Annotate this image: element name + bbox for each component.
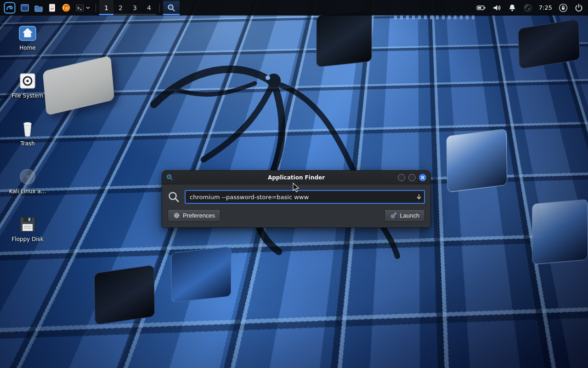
gear-icon — [173, 212, 180, 219]
volume-icon[interactable] — [492, 3, 501, 12]
workspace-2-label: 2 — [119, 4, 123, 12]
workspace-4-label: 4 — [147, 4, 151, 12]
window-controls — [398, 174, 426, 181]
terminal-button[interactable] — [73, 0, 92, 15]
command-input-wrap — [185, 190, 425, 204]
bell-icon[interactable] — [508, 3, 517, 12]
window-title: Application Finder — [162, 174, 430, 181]
application-finder-window: Application Finder — [162, 170, 431, 228]
desktop-icon-label: Home — [19, 45, 35, 51]
close-icon — [421, 176, 424, 179]
launch-label: Launch — [400, 212, 419, 219]
appfinder-task-icon — [167, 4, 175, 12]
workspace-1[interactable]: 1 — [99, 0, 113, 15]
workspace-3-label: 3 — [133, 4, 137, 12]
panel-right-group: 7:25 — [476, 0, 588, 15]
desktop-icon-label: File System — [12, 92, 44, 99]
mouse-cursor — [293, 183, 300, 193]
window-icon — [20, 3, 29, 12]
desktop-icon-column: Home File System Trash Kali Linux a... — [6, 24, 49, 242]
history-dropdown-icon[interactable] — [416, 194, 422, 200]
workspace-2[interactable]: 2 — [113, 0, 128, 15]
lock-icon[interactable] — [559, 3, 568, 12]
battery-icon[interactable] — [476, 3, 486, 12]
desktop-icon-file-system[interactable]: File System — [6, 72, 49, 99]
firefox-button[interactable] — [59, 0, 73, 15]
file-manager-icon — [34, 3, 43, 12]
kali-disc-icon — [17, 167, 38, 186]
kali-menu-icon — [4, 2, 16, 14]
desktop-icon-trash[interactable]: Trash — [6, 120, 49, 147]
top-panel: 1 2 3 4 7:2 — [0, 0, 588, 15]
preferences-button[interactable]: Preferences — [168, 209, 220, 222]
appfinder-window-icon — [166, 174, 173, 181]
text-editor-button[interactable] — [45, 0, 59, 15]
text-editor-icon — [48, 3, 57, 12]
file-manager-button[interactable] — [32, 0, 45, 15]
panel-left-group: 1 2 3 4 — [0, 0, 180, 15]
workspace-1-label: 1 — [104, 4, 108, 12]
desktop-icon-label: Kali Linux a... — [9, 188, 46, 195]
workspace-4[interactable]: 4 — [142, 0, 156, 15]
desktop-icon-floppy-disk[interactable]: Floppy Disk — [6, 215, 49, 242]
terminal-icon — [75, 3, 85, 12]
chevron-down-icon — [86, 6, 90, 9]
button-row: Preferences Launch — [168, 209, 425, 222]
search-icon — [168, 191, 180, 203]
floppy-disk-icon — [17, 215, 38, 234]
power-icon[interactable] — [574, 3, 583, 12]
firefox-icon — [62, 3, 71, 12]
home-icon — [17, 24, 38, 42]
file-system-icon — [17, 72, 38, 90]
status-orb-icon[interactable] — [523, 3, 532, 12]
launch-icon — [390, 212, 397, 219]
command-input[interactable] — [185, 190, 425, 204]
desktop-icon-label: Floppy Disk — [11, 236, 44, 242]
panel-separator — [96, 4, 96, 12]
desktop-icon-label: Trash — [20, 140, 35, 147]
preferences-label: Preferences — [183, 212, 215, 219]
workspace-3[interactable]: 3 — [128, 0, 142, 15]
trash-icon — [17, 120, 38, 138]
kali-menu-button[interactable] — [1, 0, 18, 15]
minimize-button[interactable] — [398, 174, 405, 181]
desktop-icon-kali-linux[interactable]: Kali Linux a... — [6, 167, 49, 195]
panel-separator — [159, 4, 160, 12]
launch-button[interactable]: Launch — [384, 209, 425, 222]
close-button[interactable] — [419, 174, 426, 181]
maximize-button[interactable] — [408, 174, 416, 181]
window-app-button[interactable] — [18, 0, 32, 15]
desktop-icon-home[interactable]: Home — [6, 24, 49, 51]
appfinder-task-button[interactable] — [163, 0, 180, 15]
clock[interactable]: 7:25 — [539, 4, 552, 11]
